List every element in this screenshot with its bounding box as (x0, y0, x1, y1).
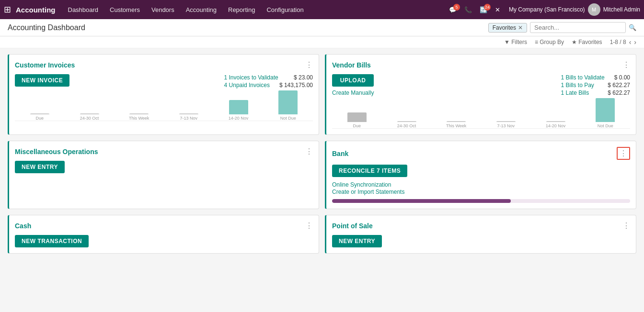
vb-stat-value-1: $ 622.27 (608, 82, 630, 89)
vb-bar-label-2: This Week (446, 123, 466, 128)
cash-menu[interactable]: ⋮ (305, 221, 313, 230)
vb-bar-group-0: Due (332, 112, 382, 128)
pos-new-entry-button[interactable]: NEW ENTRY (332, 235, 382, 247)
app-name: Accounting (16, 6, 56, 14)
customer-invoices-stats: 1 Invoices to Validate $ 23.00 4 Unpaid … (224, 74, 313, 89)
cash-header: Cash ⋮ (15, 221, 313, 230)
bank-menu[interactable]: ⋮ (617, 147, 630, 160)
company-name: My Company (San Francisco) (509, 6, 585, 13)
close-icon[interactable]: ✕ (495, 6, 500, 13)
online-sync-link[interactable]: Online Synchronization (332, 181, 391, 188)
upload-button[interactable]: UPLOAD (332, 74, 374, 87)
phone-icon[interactable]: 📞 (464, 6, 472, 13)
filter-tag-label: Favorites (493, 24, 516, 31)
reconcile-button[interactable]: RECONCILE 7 ITEMS (332, 165, 407, 177)
prev-page-button[interactable]: ‹ (629, 38, 632, 46)
bar-group-4: 14-20 Nov (214, 100, 264, 121)
nav-reporting[interactable]: Reporting (223, 4, 260, 15)
search-icon[interactable]: 🔍 (629, 24, 636, 31)
vb-bar-group-4: 14-20 Nov (531, 121, 581, 128)
stat-row-0: 1 Invoices to Validate $ 23.00 (224, 74, 313, 81)
cash-card: Cash ⋮ NEW TRANSACTION (8, 215, 319, 254)
vendor-bills-card: Vendor Bills ⋮ UPLOAD Create Manually 1 … (325, 54, 636, 135)
bar-label-0: Due (36, 116, 44, 121)
create-import-link[interactable]: Create or Import Statements (332, 189, 404, 195)
vb-bar-label-0: Due (353, 123, 361, 128)
vb-bar-label-5: Not Due (598, 123, 613, 128)
app-grid-icon[interactable]: ⊞ (4, 4, 11, 15)
vendor-bills-left: UPLOAD Create Manually (332, 74, 374, 96)
vb-bar-label-4: 14-20 Nov (546, 123, 566, 128)
vendor-bills-title: Vendor Bills (332, 61, 371, 69)
bar-3 (179, 113, 198, 114)
bar-group-0: Due (15, 113, 65, 121)
favorites-button[interactable]: ★ Favorites (572, 39, 602, 45)
vendor-bills-menu[interactable]: ⋮ (622, 60, 630, 69)
vendor-bills-stats: 1 Bills to Validate $ 0.00 1 Bills to Pa… (561, 74, 630, 96)
next-page-button[interactable]: › (634, 38, 636, 46)
misc-operations-header: Miscellaneous Operations ⋮ (15, 147, 313, 156)
filters-button[interactable]: ▼ Filters (504, 39, 527, 45)
bar-2 (129, 113, 149, 114)
misc-operations-card: Miscellaneous Operations ⋮ NEW ENTRY (8, 141, 319, 209)
nav-accounting[interactable]: Accounting (181, 4, 221, 15)
misc-operations-menu[interactable]: ⋮ (305, 147, 313, 156)
bar-0 (30, 113, 49, 114)
vb-stat-label-1[interactable]: 1 Bills to Pay (561, 82, 594, 89)
stat-label-0[interactable]: 1 Invoices to Validate (224, 74, 278, 81)
bar-label-4: 14-20 Nov (229, 116, 249, 121)
filter-tag-favorites[interactable]: Favorites ✕ (488, 23, 527, 33)
user-info: My Company (San Francisco) M Mitchell Ad… (509, 3, 640, 16)
new-entry-button[interactable]: NEW ENTRY (15, 161, 65, 173)
point-of-sale-card: Point of Sale ⋮ NEW ENTRY (325, 215, 636, 254)
customer-invoices-card: Customer Invoices ⋮ NEW INVOICE 1 Invoic… (8, 54, 319, 135)
vendor-bills-header: Vendor Bills ⋮ (332, 60, 630, 69)
vb-bar-group-3: 7-13 Nov (481, 121, 531, 128)
bar-1 (80, 113, 99, 114)
bank-card: Bank ⋮ RECONCILE 7 ITEMS Online Synchron… (325, 141, 636, 209)
chat-badge: 5 (453, 4, 460, 11)
vb-stat-label-2[interactable]: 1 Late Bills (561, 89, 589, 96)
vb-bar-group-1: 24-30 Oct (382, 121, 432, 128)
bank-card-content: RECONCILE 7 ITEMS Online Synchronization… (332, 165, 630, 203)
nav-vendors[interactable]: Vendors (147, 4, 179, 15)
nav-configuration[interactable]: Configuration (262, 4, 308, 15)
vb-stat-row-0: 1 Bills to Validate $ 0.00 (561, 74, 630, 81)
misc-operations-title: Miscellaneous Operations (15, 148, 98, 156)
filter-tag-remove[interactable]: ✕ (518, 24, 523, 31)
stat-row-1: 4 Unpaid Invoices $ 143,175.00 (224, 82, 313, 89)
vendor-bills-chart: Due 24-30 Oct This Week 7-13 Nov 14-20 N… (332, 100, 630, 129)
stat-value-0: $ 23.00 (294, 74, 313, 81)
bar-4 (229, 100, 248, 114)
vb-stat-value-2: $ 622.27 (608, 89, 630, 96)
customer-invoices-content: NEW INVOICE 1 Invoices to Validate $ 23.… (15, 74, 313, 89)
bank-header: Bank ⋮ (332, 147, 630, 160)
bar-group-2: This Week (114, 113, 164, 121)
bar-group-3: 7-13 Nov (164, 113, 214, 121)
create-manually-link[interactable]: Create Manually (332, 89, 374, 96)
avatar[interactable]: M (588, 3, 600, 16)
vb-bar-5 (596, 98, 615, 122)
new-invoice-button[interactable]: NEW INVOICE (15, 74, 69, 87)
vb-stat-label-0[interactable]: 1 Bills to Validate (561, 74, 604, 81)
activity-icon[interactable]: 🔄 24 (480, 6, 487, 13)
pos-header: Point of Sale ⋮ (332, 221, 630, 230)
bank-card-left: RECONCILE 7 ITEMS Online Synchronization… (332, 165, 630, 203)
nav-dashboard[interactable]: Dashboard (63, 4, 104, 15)
vb-stat-row-1: 1 Bills to Pay $ 622.27 (561, 82, 630, 89)
customer-invoices-menu[interactable]: ⋮ (305, 60, 313, 69)
bank-title: Bank (332, 150, 348, 157)
group-by-button[interactable]: ≡ Group By (535, 39, 564, 45)
pagination-count: 1-8 / 8 (610, 39, 626, 45)
nav-customers[interactable]: Customers (105, 4, 145, 15)
chat-icon[interactable]: 💬 5 (449, 6, 457, 13)
pos-menu[interactable]: ⋮ (622, 221, 630, 230)
vb-bar-group-2: This Week (431, 121, 481, 128)
stat-value-1: $ 143,175.00 (279, 82, 313, 89)
vb-bar-label-3: 7-13 Nov (497, 123, 515, 128)
new-transaction-button[interactable]: NEW TRANSACTION (15, 235, 89, 247)
bar-5 (278, 90, 298, 114)
stat-label-1[interactable]: 4 Unpaid Invoices (224, 82, 270, 89)
customer-invoices-title: Customer Invoices (15, 61, 75, 69)
search-input[interactable] (530, 22, 626, 33)
